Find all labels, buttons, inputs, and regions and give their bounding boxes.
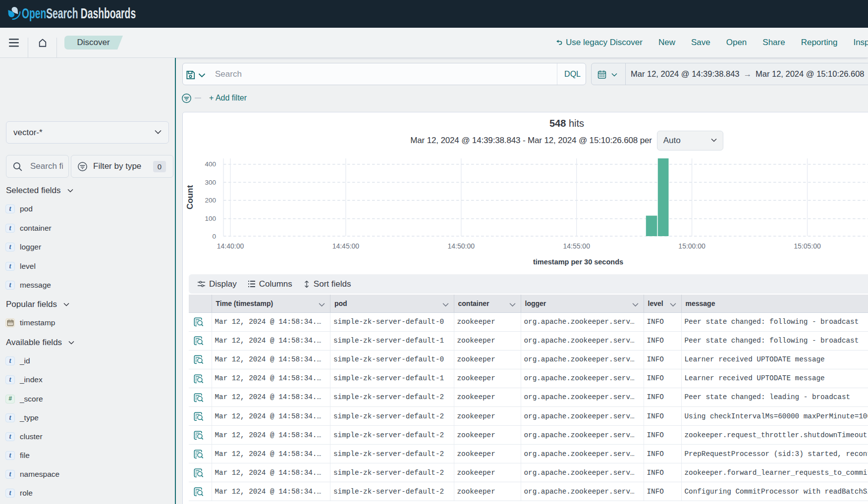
svg-text:14:55:00: 14:55:00 xyxy=(563,242,590,250)
svg-text:timestamp per 30 seconds: timestamp per 30 seconds xyxy=(533,258,623,266)
svg-text:Count: Count xyxy=(185,185,195,209)
svg-text:14:45:00: 14:45:00 xyxy=(332,242,360,250)
svg-text:15:05:00: 15:05:00 xyxy=(794,242,821,250)
svg-text:0: 0 xyxy=(212,233,216,240)
svg-text:15:00:00: 15:00:00 xyxy=(678,242,705,250)
svg-text:14:40:00: 14:40:00 xyxy=(217,242,244,250)
svg-text:14:50:00: 14:50:00 xyxy=(448,242,475,250)
svg-text:100: 100 xyxy=(205,215,216,222)
svg-text:300: 300 xyxy=(205,179,216,186)
svg-text:200: 200 xyxy=(205,197,216,204)
svg-text:400: 400 xyxy=(205,160,216,168)
